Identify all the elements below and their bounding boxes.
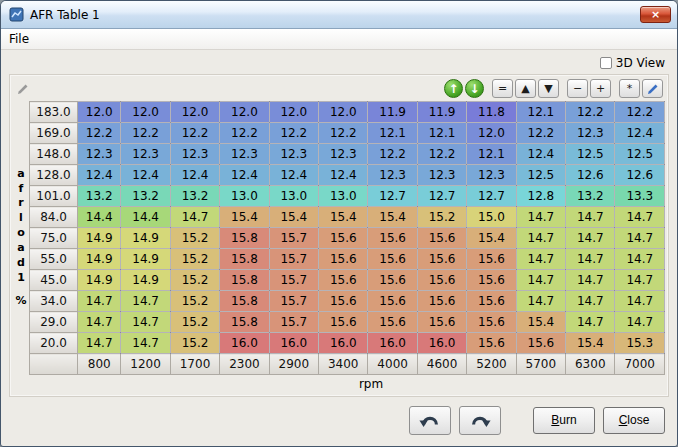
table-cell[interactable]: 12.2 xyxy=(516,123,565,144)
table-cell[interactable]: 15.4 xyxy=(368,207,417,228)
table-cell[interactable]: 12.8 xyxy=(516,186,565,207)
table-cell[interactable]: 12.7 xyxy=(467,186,516,207)
table-cell[interactable]: 14.7 xyxy=(615,228,665,249)
table-cell[interactable]: 15.4 xyxy=(269,207,318,228)
table-cell[interactable]: 15.6 xyxy=(319,249,368,270)
undo-button[interactable] xyxy=(409,406,451,435)
table-cell[interactable]: 15.6 xyxy=(417,270,466,291)
table-cell[interactable]: 14.9 xyxy=(78,228,121,249)
table-cell[interactable]: 15.3 xyxy=(615,333,665,354)
table-cell[interactable]: 12.7 xyxy=(417,186,466,207)
table-cell[interactable]: 15.6 xyxy=(467,312,516,333)
3d-view-checkbox[interactable] xyxy=(600,57,612,69)
table-cell[interactable]: 12.0 xyxy=(467,123,516,144)
table-cell[interactable]: 14.7 xyxy=(615,249,665,270)
table-cell[interactable]: 16.0 xyxy=(269,333,318,354)
table-cell[interactable]: 15.6 xyxy=(467,270,516,291)
table-cell[interactable]: 14.9 xyxy=(78,270,121,291)
table-cell[interactable]: 13.2 xyxy=(121,186,170,207)
table-cell[interactable]: 15.4 xyxy=(566,333,615,354)
table-cell[interactable]: 13.0 xyxy=(269,186,318,207)
table-cell[interactable]: 13.2 xyxy=(170,186,219,207)
table-cell[interactable]: 12.2 xyxy=(121,123,170,144)
table-cell[interactable]: 14.7 xyxy=(615,291,665,312)
window-close-button[interactable]: × xyxy=(640,6,671,23)
table-cell[interactable]: 15.7 xyxy=(269,270,318,291)
table-cell[interactable]: 15.6 xyxy=(319,291,368,312)
add-button[interactable]: + xyxy=(590,79,611,98)
menu-file[interactable]: File xyxy=(1,30,37,48)
titlebar[interactable]: AFR Table 1 × xyxy=(1,1,677,29)
table-cell[interactable]: 14.9 xyxy=(121,270,170,291)
table-cell[interactable]: 14.7 xyxy=(615,207,665,228)
table-cell[interactable]: 12.1 xyxy=(368,123,417,144)
table-cell[interactable]: 15.2 xyxy=(170,333,219,354)
table-cell[interactable]: 12.0 xyxy=(319,102,368,123)
multiply-button[interactable]: * xyxy=(619,79,640,98)
table-cell[interactable]: 14.4 xyxy=(121,207,170,228)
table-cell[interactable]: 12.1 xyxy=(467,144,516,165)
table-cell[interactable]: 12.2 xyxy=(170,123,219,144)
table-cell[interactable]: 12.3 xyxy=(368,165,417,186)
close-button[interactable]: Close xyxy=(603,407,665,434)
table-cell[interactable]: 12.3 xyxy=(467,165,516,186)
table-cell[interactable]: 12.3 xyxy=(220,144,269,165)
table-cell[interactable]: 14.9 xyxy=(78,249,121,270)
table-cell[interactable]: 15.8 xyxy=(220,228,269,249)
table-cell[interactable]: 15.6 xyxy=(368,312,417,333)
table-cell[interactable]: 15.2 xyxy=(170,249,219,270)
table-cell[interactable]: 16.0 xyxy=(319,333,368,354)
table-cell[interactable]: 12.4 xyxy=(170,165,219,186)
table-cell[interactable]: 14.7 xyxy=(516,228,565,249)
scale-down-button[interactable]: ↓ xyxy=(465,79,484,98)
table-cell[interactable]: 15.2 xyxy=(170,291,219,312)
table-cell[interactable]: 15.6 xyxy=(368,228,417,249)
table-cell[interactable]: 14.4 xyxy=(78,207,121,228)
table-cell[interactable]: 15.8 xyxy=(220,249,269,270)
table-cell[interactable]: 12.2 xyxy=(615,102,665,123)
table-cell[interactable]: 11.9 xyxy=(417,102,466,123)
table-cell[interactable]: 14.9 xyxy=(121,228,170,249)
table-cell[interactable]: 12.6 xyxy=(566,165,615,186)
table-cell[interactable]: 15.6 xyxy=(368,291,417,312)
table-cell[interactable]: 14.7 xyxy=(516,207,565,228)
table-cell[interactable]: 15.7 xyxy=(269,249,318,270)
table-cell[interactable]: 12.3 xyxy=(566,123,615,144)
table-cell[interactable]: 14.7 xyxy=(566,312,615,333)
table-cell[interactable]: 15.4 xyxy=(319,207,368,228)
table-cell[interactable]: 13.0 xyxy=(220,186,269,207)
table-cell[interactable]: 11.8 xyxy=(467,102,516,123)
subtract-button[interactable]: − xyxy=(567,79,588,98)
table-cell[interactable]: 12.6 xyxy=(615,165,665,186)
table-cell[interactable]: 13.2 xyxy=(78,186,121,207)
table-cell[interactable]: 12.2 xyxy=(269,123,318,144)
table-cell[interactable]: 12.0 xyxy=(220,102,269,123)
table-cell[interactable]: 15.4 xyxy=(220,207,269,228)
table-cell[interactable]: 15.7 xyxy=(269,291,318,312)
table-cell[interactable]: 13.3 xyxy=(615,186,665,207)
table-cell[interactable]: 14.7 xyxy=(516,249,565,270)
table-cell[interactable]: 14.7 xyxy=(78,333,121,354)
table-cell[interactable]: 15.2 xyxy=(170,228,219,249)
table-cell[interactable]: 15.6 xyxy=(319,228,368,249)
table-cell[interactable]: 14.9 xyxy=(121,249,170,270)
redo-button[interactable] xyxy=(459,406,501,435)
table-cell[interactable]: 12.0 xyxy=(269,102,318,123)
increment-button[interactable]: ▲ xyxy=(515,79,536,98)
decrement-button[interactable]: ▼ xyxy=(538,79,559,98)
table-cell[interactable]: 14.7 xyxy=(516,270,565,291)
table-cell[interactable]: 15.6 xyxy=(417,312,466,333)
table-cell[interactable]: 12.3 xyxy=(78,144,121,165)
table-cell[interactable]: 13.0 xyxy=(319,186,368,207)
table-cell[interactable]: 11.9 xyxy=(368,102,417,123)
table-cell[interactable]: 14.7 xyxy=(78,291,121,312)
table-cell[interactable]: 15.4 xyxy=(467,228,516,249)
table-cell[interactable]: 12.2 xyxy=(368,144,417,165)
table-cell[interactable]: 12.2 xyxy=(78,123,121,144)
table-cell[interactable]: 15.6 xyxy=(417,228,466,249)
table-cell[interactable]: 12.0 xyxy=(121,102,170,123)
set-value-button[interactable]: = xyxy=(492,79,513,98)
table-cell[interactable]: 15.2 xyxy=(170,312,219,333)
table-cell[interactable]: 12.3 xyxy=(170,144,219,165)
table-cell[interactable]: 12.4 xyxy=(269,165,318,186)
